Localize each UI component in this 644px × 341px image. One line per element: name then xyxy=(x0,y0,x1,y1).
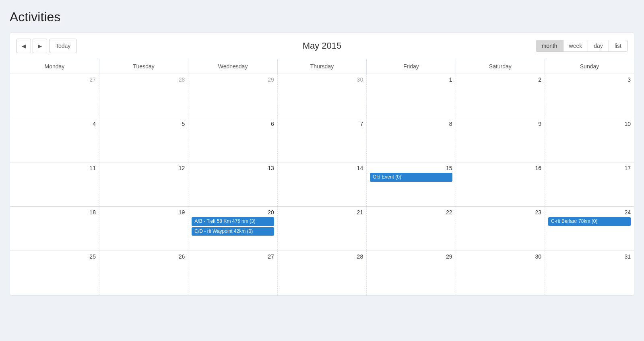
calendar-event[interactable]: A/B - Tielt 58 Km 475 hm (3) xyxy=(192,217,274,226)
calendar-cell[interactable]: 19 xyxy=(99,207,188,251)
calendar-row: 45678910 xyxy=(10,118,634,162)
day-number: 13 xyxy=(192,165,274,171)
day-number: 30 xyxy=(281,76,363,83)
calendar-cell[interactable]: 17 xyxy=(545,162,634,207)
calendar-cell[interactable]: 27 xyxy=(10,74,99,118)
weekday-friday: Friday xyxy=(367,59,456,74)
day-number: 1 xyxy=(370,76,452,83)
calendar-cell[interactable]: 24C-rit Berlaar 78km (0) xyxy=(545,207,634,251)
day-number: 22 xyxy=(370,209,452,216)
calendar-container: ◀ ▶ Today May 2015 month week day list M… xyxy=(10,33,634,296)
calendar-cell[interactable]: 1 xyxy=(367,74,456,118)
calendar-cell[interactable]: 15Old Event (0) xyxy=(367,162,456,207)
calendar-cell[interactable]: 10 xyxy=(545,118,634,162)
day-number: 9 xyxy=(459,121,541,127)
day-number: 21 xyxy=(281,209,363,216)
view-month-button[interactable]: month xyxy=(536,40,564,51)
calendar-event[interactable]: Old Event (0) xyxy=(370,173,452,182)
day-number: 12 xyxy=(103,165,185,171)
view-week-button[interactable]: week xyxy=(564,40,588,51)
day-number: 20 xyxy=(192,209,274,216)
calendar-cell[interactable]: 6 xyxy=(188,118,277,162)
today-button[interactable]: Today xyxy=(50,39,76,53)
weekday-tuesday: Tuesday xyxy=(99,59,188,74)
day-number: 29 xyxy=(370,253,452,260)
calendar-cell[interactable]: 29 xyxy=(188,74,277,118)
weekday-sunday: Sunday xyxy=(545,59,634,74)
calendar-cell[interactable]: 20A/B - Tielt 58 Km 475 hm (3)C/D - rit … xyxy=(188,207,277,251)
calendar-grid: Monday Tuesday Wednesday Thursday Friday… xyxy=(10,59,634,295)
day-number: 7 xyxy=(281,121,363,127)
day-number: 17 xyxy=(548,165,631,171)
calendar-cell[interactable]: 31 xyxy=(545,251,634,295)
day-number: 19 xyxy=(103,209,185,216)
calendar-cell[interactable]: 13 xyxy=(188,162,277,207)
calendar-cell[interactable]: 28 xyxy=(99,74,188,118)
calendar-title: May 2015 xyxy=(303,41,342,51)
calendar-event[interactable]: C-rit Berlaar 78km (0) xyxy=(548,217,631,226)
calendar-cell[interactable]: 8 xyxy=(367,118,456,162)
view-day-button[interactable]: day xyxy=(588,40,609,51)
calendar-cell[interactable]: 29 xyxy=(367,251,456,295)
day-number: 23 xyxy=(459,209,541,216)
calendar-toolbar: ◀ ▶ Today May 2015 month week day list xyxy=(10,33,634,59)
weekday-monday: Monday xyxy=(10,59,99,74)
calendar-cell[interactable]: 2 xyxy=(456,74,545,118)
day-number: 28 xyxy=(281,253,363,260)
day-number: 15 xyxy=(370,165,452,171)
calendar-cell[interactable]: 27 xyxy=(188,251,277,295)
calendar-cell[interactable]: 4 xyxy=(10,118,99,162)
calendar-row: 25262728293031 xyxy=(10,251,634,295)
day-number: 29 xyxy=(192,76,274,83)
day-number: 14 xyxy=(281,165,363,171)
day-number: 3 xyxy=(548,76,631,83)
day-number: 8 xyxy=(370,121,452,127)
calendar-cell[interactable]: 30 xyxy=(277,74,366,118)
calendar-row: 27282930123 xyxy=(10,74,634,118)
calendar-cell[interactable]: 12 xyxy=(99,162,188,207)
day-number: 2 xyxy=(459,76,541,83)
day-number: 31 xyxy=(548,253,631,260)
calendar-row: 181920A/B - Tielt 58 Km 475 hm (3)C/D - … xyxy=(10,207,634,251)
calendar-event[interactable]: C/D - rit Waypoint 42km (0) xyxy=(192,227,274,236)
calendar-cell[interactable]: 11 xyxy=(10,162,99,207)
calendar-cell[interactable]: 28 xyxy=(277,251,366,295)
day-number: 30 xyxy=(459,253,541,260)
calendar-cell[interactable]: 18 xyxy=(10,207,99,251)
day-number: 27 xyxy=(192,253,274,260)
prev-button[interactable]: ◀ xyxy=(17,39,31,53)
calendar-cell[interactable]: 3 xyxy=(545,74,634,118)
calendar-cell[interactable]: 7 xyxy=(277,118,366,162)
calendar-cell[interactable]: 25 xyxy=(10,251,99,295)
weekday-wednesday: Wednesday xyxy=(188,59,277,74)
day-number: 10 xyxy=(548,121,631,127)
view-buttons: month week day list xyxy=(536,40,627,52)
calendar-row: 1112131415Old Event (0)1617 xyxy=(10,162,634,207)
day-number: 25 xyxy=(13,253,96,260)
weekday-header-row: Monday Tuesday Wednesday Thursday Friday… xyxy=(10,59,634,74)
day-number: 27 xyxy=(13,76,96,83)
page-title: Activities xyxy=(10,10,634,25)
day-number: 18 xyxy=(13,209,96,216)
calendar-cell[interactable]: 5 xyxy=(99,118,188,162)
calendar-cell[interactable]: 22 xyxy=(367,207,456,251)
weekday-thursday: Thursday xyxy=(277,59,366,74)
next-button[interactable]: ▶ xyxy=(33,39,47,53)
day-number: 6 xyxy=(192,121,274,127)
view-list-button[interactable]: list xyxy=(609,40,627,51)
calendar-cell[interactable]: 9 xyxy=(456,118,545,162)
nav-buttons: ◀ ▶ xyxy=(17,39,47,53)
day-number: 11 xyxy=(13,165,96,171)
day-number: 28 xyxy=(103,76,185,83)
day-number: 26 xyxy=(103,253,185,260)
calendar-cell[interactable]: 30 xyxy=(456,251,545,295)
day-number: 5 xyxy=(103,121,185,127)
day-number: 24 xyxy=(548,209,631,216)
calendar-cell[interactable]: 16 xyxy=(456,162,545,207)
day-number: 4 xyxy=(13,121,96,127)
calendar-cell[interactable]: 23 xyxy=(456,207,545,251)
day-number: 16 xyxy=(459,165,541,171)
calendar-cell[interactable]: 21 xyxy=(277,207,366,251)
calendar-cell[interactable]: 26 xyxy=(99,251,188,295)
calendar-cell[interactable]: 14 xyxy=(277,162,366,207)
